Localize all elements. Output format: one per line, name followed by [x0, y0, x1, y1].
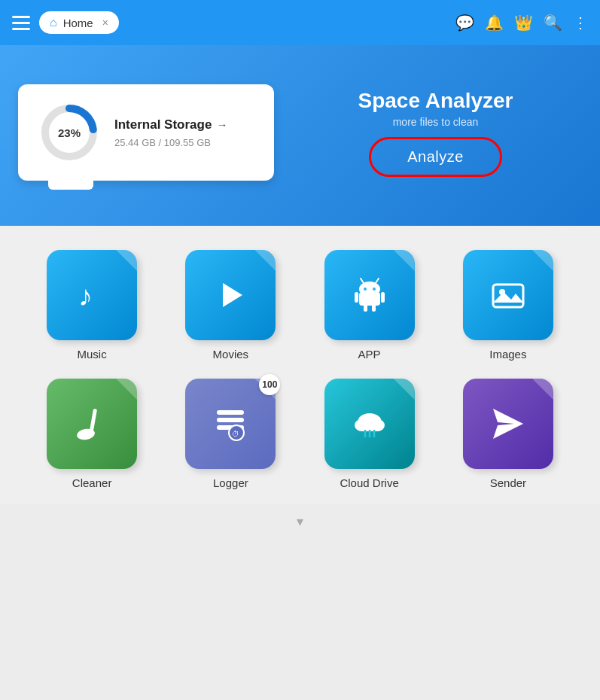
space-analyzer-panel: Space Analyzer more files to clean Analy…: [289, 89, 582, 177]
storage-donut-chart: 23%: [39, 102, 99, 163]
search-icon[interactable]: 🔍: [544, 14, 562, 32]
home-tab-label: Home: [63, 17, 93, 29]
music-icon: ♪: [47, 250, 137, 340]
notification-icon[interactable]: 🔔: [485, 14, 504, 32]
logger-badge: 100: [259, 374, 280, 395]
hamburger-menu[interactable]: [12, 16, 30, 30]
home-tab[interactable]: ⌂ Home ×: [39, 11, 119, 34]
grid-item-clouddrive[interactable]: Cloud Drive: [308, 379, 431, 489]
svg-rect-9: [372, 304, 376, 312]
chat-icon[interactable]: 💬: [455, 14, 474, 32]
svg-marker-32: [493, 409, 523, 439]
svg-text:⏱: ⏱: [232, 430, 239, 438]
cleaner-icon: [47, 379, 137, 469]
grid-item-cleaner[interactable]: Cleaner: [30, 379, 154, 489]
app-icon: [324, 250, 415, 340]
svg-marker-3: [223, 283, 242, 307]
storage-info: Internal Storage → 25.44 GB / 109.55 GB: [114, 117, 227, 148]
storage-arrow-icon: →: [216, 118, 227, 131]
grid-item-movies[interactable]: Movies: [169, 250, 292, 361]
svg-rect-20: [217, 410, 244, 415]
svg-rect-7: [381, 292, 385, 303]
more-options-icon[interactable]: ⋮: [573, 14, 588, 32]
bottom-chevron[interactable]: ▾: [0, 504, 600, 536]
app-label: APP: [358, 348, 381, 361]
space-analyzer-title: Space Analyzer: [358, 89, 513, 113]
logger-label: Logger: [213, 476, 248, 489]
svg-rect-14: [493, 285, 523, 307]
svg-rect-21: [217, 418, 244, 422]
app-grid: ♪ Music Movies: [30, 250, 570, 489]
clouddrive-icon: [324, 379, 415, 469]
grid-item-images[interactable]: Images: [446, 250, 570, 361]
storage-percent: 23%: [58, 126, 81, 139]
sender-icon: [463, 379, 553, 469]
home-icon: ⌂: [50, 16, 57, 29]
app-grid-section: ♪ Music Movies: [0, 226, 600, 504]
svg-line-12: [361, 278, 364, 283]
storage-card[interactable]: 23% Internal Storage → 25.44 GB / 109.55…: [18, 84, 274, 181]
svg-text:♪: ♪: [78, 280, 93, 312]
svg-rect-5: [359, 292, 380, 306]
movies-label: Movies: [213, 348, 249, 361]
top-bar-icons: 💬 🔔 👑 🔍 ⋮: [455, 14, 588, 32]
clouddrive-label: Cloud Drive: [340, 476, 398, 489]
close-tab-icon[interactable]: ×: [102, 17, 108, 29]
hero-section: 23% Internal Storage → 25.44 GB / 109.55…: [0, 45, 600, 226]
movies-icon: [185, 250, 276, 340]
svg-rect-6: [355, 292, 358, 303]
sender-label: Sender: [490, 476, 526, 489]
svg-rect-17: [90, 409, 97, 431]
music-label: Music: [78, 348, 107, 361]
grid-item-app[interactable]: APP: [308, 250, 431, 361]
grid-item-music[interactable]: ♪ Music: [30, 250, 154, 361]
storage-size: 25.44 GB / 109.55 GB: [114, 137, 227, 148]
space-analyzer-subtitle: more files to clean: [393, 116, 479, 128]
grid-item-sender[interactable]: Sender: [446, 379, 570, 489]
svg-marker-16: [493, 292, 523, 303]
cleaner-label: Cleaner: [72, 476, 112, 489]
grid-item-logger[interactable]: ⏱ 100 Logger: [169, 379, 292, 489]
top-bar: ⌂ Home × 💬 🔔 👑 🔍 ⋮: [0, 0, 600, 45]
svg-point-10: [364, 288, 367, 291]
analyze-button[interactable]: Analyze: [369, 137, 502, 177]
images-icon: [463, 250, 553, 340]
svg-point-11: [373, 288, 376, 291]
images-label: Images: [489, 348, 526, 361]
svg-rect-8: [364, 304, 367, 312]
storage-title: Internal Storage →: [114, 117, 227, 132]
svg-line-13: [376, 278, 379, 283]
crown-icon[interactable]: 👑: [514, 14, 533, 32]
